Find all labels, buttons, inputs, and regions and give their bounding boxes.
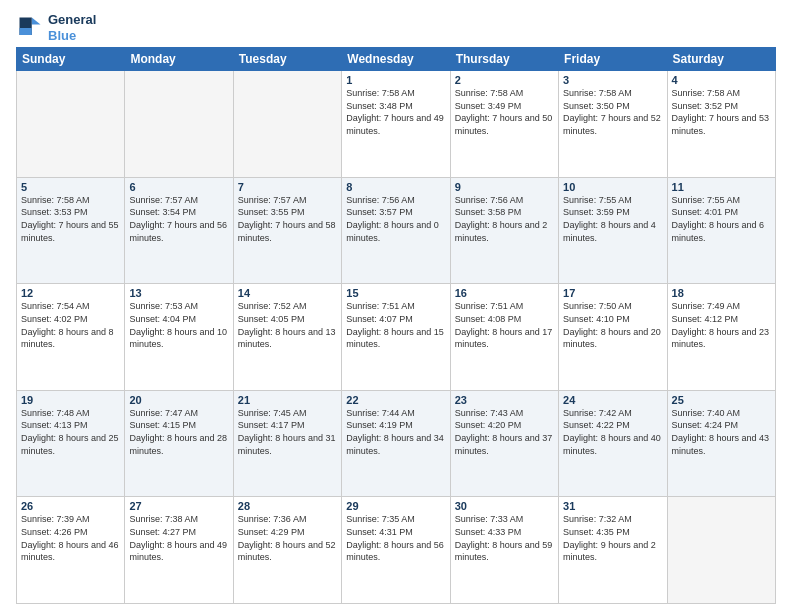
calendar-cell: 9 Sunrise: 7:56 AMSunset: 3:58 PMDayligh… <box>450 177 558 284</box>
calendar-cell: 28 Sunrise: 7:36 AMSunset: 4:29 PMDaylig… <box>233 497 341 604</box>
calendar-week-row: 12 Sunrise: 7:54 AMSunset: 4:02 PMDaylig… <box>17 284 776 391</box>
day-number: 6 <box>129 181 228 193</box>
day-number: 7 <box>238 181 337 193</box>
calendar-cell: 4 Sunrise: 7:58 AMSunset: 3:52 PMDayligh… <box>667 71 775 178</box>
day-number: 28 <box>238 500 337 512</box>
day-info: Sunrise: 7:45 AMSunset: 4:17 PMDaylight:… <box>238 407 337 457</box>
calendar-cell: 26 Sunrise: 7:39 AMSunset: 4:26 PMDaylig… <box>17 497 125 604</box>
day-number: 10 <box>563 181 662 193</box>
calendar-header-saturday: Saturday <box>667 48 775 71</box>
day-info: Sunrise: 7:50 AMSunset: 4:10 PMDaylight:… <box>563 300 662 350</box>
day-number: 3 <box>563 74 662 86</box>
calendar-cell: 31 Sunrise: 7:32 AMSunset: 4:35 PMDaylig… <box>559 497 667 604</box>
day-info: Sunrise: 7:49 AMSunset: 4:12 PMDaylight:… <box>672 300 771 350</box>
day-info: Sunrise: 7:35 AMSunset: 4:31 PMDaylight:… <box>346 513 445 563</box>
calendar-cell: 19 Sunrise: 7:48 AMSunset: 4:13 PMDaylig… <box>17 390 125 497</box>
calendar-cell: 23 Sunrise: 7:43 AMSunset: 4:20 PMDaylig… <box>450 390 558 497</box>
calendar-week-row: 1 Sunrise: 7:58 AMSunset: 3:48 PMDayligh… <box>17 71 776 178</box>
calendar-cell: 18 Sunrise: 7:49 AMSunset: 4:12 PMDaylig… <box>667 284 775 391</box>
day-number: 26 <box>21 500 120 512</box>
day-number: 21 <box>238 394 337 406</box>
calendar-header-row: SundayMondayTuesdayWednesdayThursdayFrid… <box>17 48 776 71</box>
calendar-cell: 22 Sunrise: 7:44 AMSunset: 4:19 PMDaylig… <box>342 390 450 497</box>
day-number: 2 <box>455 74 554 86</box>
calendar-cell: 25 Sunrise: 7:40 AMSunset: 4:24 PMDaylig… <box>667 390 775 497</box>
calendar-cell: 27 Sunrise: 7:38 AMSunset: 4:27 PMDaylig… <box>125 497 233 604</box>
day-info: Sunrise: 7:58 AMSunset: 3:48 PMDaylight:… <box>346 87 445 137</box>
day-number: 22 <box>346 394 445 406</box>
calendar: SundayMondayTuesdayWednesdayThursdayFrid… <box>16 47 776 604</box>
calendar-cell: 24 Sunrise: 7:42 AMSunset: 4:22 PMDaylig… <box>559 390 667 497</box>
calendar-cell <box>125 71 233 178</box>
calendar-cell: 29 Sunrise: 7:35 AMSunset: 4:31 PMDaylig… <box>342 497 450 604</box>
day-info: Sunrise: 7:58 AMSunset: 3:52 PMDaylight:… <box>672 87 771 137</box>
day-info: Sunrise: 7:40 AMSunset: 4:24 PMDaylight:… <box>672 407 771 457</box>
day-number: 19 <box>21 394 120 406</box>
calendar-cell <box>17 71 125 178</box>
calendar-week-row: 26 Sunrise: 7:39 AMSunset: 4:26 PMDaylig… <box>17 497 776 604</box>
day-info: Sunrise: 7:36 AMSunset: 4:29 PMDaylight:… <box>238 513 337 563</box>
day-number: 20 <box>129 394 228 406</box>
page: General Blue SundayMondayTuesdayWednesda… <box>0 0 792 612</box>
calendar-cell: 6 Sunrise: 7:57 AMSunset: 3:54 PMDayligh… <box>125 177 233 284</box>
day-info: Sunrise: 7:57 AMSunset: 3:55 PMDaylight:… <box>238 194 337 244</box>
day-number: 27 <box>129 500 228 512</box>
calendar-header-thursday: Thursday <box>450 48 558 71</box>
day-number: 31 <box>563 500 662 512</box>
day-number: 12 <box>21 287 120 299</box>
day-number: 14 <box>238 287 337 299</box>
calendar-cell: 13 Sunrise: 7:53 AMSunset: 4:04 PMDaylig… <box>125 284 233 391</box>
calendar-header-tuesday: Tuesday <box>233 48 341 71</box>
day-info: Sunrise: 7:38 AMSunset: 4:27 PMDaylight:… <box>129 513 228 563</box>
calendar-cell: 30 Sunrise: 7:33 AMSunset: 4:33 PMDaylig… <box>450 497 558 604</box>
day-info: Sunrise: 7:58 AMSunset: 3:53 PMDaylight:… <box>21 194 120 244</box>
calendar-header-wednesday: Wednesday <box>342 48 450 71</box>
day-info: Sunrise: 7:51 AMSunset: 4:07 PMDaylight:… <box>346 300 445 350</box>
day-info: Sunrise: 7:39 AMSunset: 4:26 PMDaylight:… <box>21 513 120 563</box>
calendar-cell: 11 Sunrise: 7:55 AMSunset: 4:01 PMDaylig… <box>667 177 775 284</box>
calendar-cell <box>233 71 341 178</box>
day-info: Sunrise: 7:33 AMSunset: 4:33 PMDaylight:… <box>455 513 554 563</box>
calendar-cell: 5 Sunrise: 7:58 AMSunset: 3:53 PMDayligh… <box>17 177 125 284</box>
day-number: 5 <box>21 181 120 193</box>
day-number: 30 <box>455 500 554 512</box>
calendar-cell <box>667 497 775 604</box>
day-info: Sunrise: 7:55 AMSunset: 4:01 PMDaylight:… <box>672 194 771 244</box>
calendar-cell: 16 Sunrise: 7:51 AMSunset: 4:08 PMDaylig… <box>450 284 558 391</box>
day-info: Sunrise: 7:48 AMSunset: 4:13 PMDaylight:… <box>21 407 120 457</box>
logo-icon <box>16 14 44 42</box>
calendar-cell: 8 Sunrise: 7:56 AMSunset: 3:57 PMDayligh… <box>342 177 450 284</box>
calendar-cell: 12 Sunrise: 7:54 AMSunset: 4:02 PMDaylig… <box>17 284 125 391</box>
calendar-week-row: 5 Sunrise: 7:58 AMSunset: 3:53 PMDayligh… <box>17 177 776 284</box>
day-number: 9 <box>455 181 554 193</box>
calendar-header-sunday: Sunday <box>17 48 125 71</box>
day-number: 8 <box>346 181 445 193</box>
day-info: Sunrise: 7:55 AMSunset: 3:59 PMDaylight:… <box>563 194 662 244</box>
day-number: 16 <box>455 287 554 299</box>
day-info: Sunrise: 7:42 AMSunset: 4:22 PMDaylight:… <box>563 407 662 457</box>
day-number: 23 <box>455 394 554 406</box>
day-info: Sunrise: 7:52 AMSunset: 4:05 PMDaylight:… <box>238 300 337 350</box>
day-info: Sunrise: 7:51 AMSunset: 4:08 PMDaylight:… <box>455 300 554 350</box>
calendar-cell: 14 Sunrise: 7:52 AMSunset: 4:05 PMDaylig… <box>233 284 341 391</box>
header: General Blue <box>16 12 776 43</box>
calendar-cell: 3 Sunrise: 7:58 AMSunset: 3:50 PMDayligh… <box>559 71 667 178</box>
day-info: Sunrise: 7:32 AMSunset: 4:35 PMDaylight:… <box>563 513 662 563</box>
calendar-cell: 17 Sunrise: 7:50 AMSunset: 4:10 PMDaylig… <box>559 284 667 391</box>
day-number: 11 <box>672 181 771 193</box>
day-number: 15 <box>346 287 445 299</box>
calendar-cell: 7 Sunrise: 7:57 AMSunset: 3:55 PMDayligh… <box>233 177 341 284</box>
calendar-cell: 20 Sunrise: 7:47 AMSunset: 4:15 PMDaylig… <box>125 390 233 497</box>
day-info: Sunrise: 7:53 AMSunset: 4:04 PMDaylight:… <box>129 300 228 350</box>
calendar-cell: 2 Sunrise: 7:58 AMSunset: 3:49 PMDayligh… <box>450 71 558 178</box>
day-info: Sunrise: 7:56 AMSunset: 3:58 PMDaylight:… <box>455 194 554 244</box>
day-number: 18 <box>672 287 771 299</box>
calendar-cell: 10 Sunrise: 7:55 AMSunset: 3:59 PMDaylig… <box>559 177 667 284</box>
day-info: Sunrise: 7:44 AMSunset: 4:19 PMDaylight:… <box>346 407 445 457</box>
svg-rect-3 <box>20 28 32 35</box>
day-number: 25 <box>672 394 771 406</box>
day-info: Sunrise: 7:43 AMSunset: 4:20 PMDaylight:… <box>455 407 554 457</box>
day-info: Sunrise: 7:58 AMSunset: 3:49 PMDaylight:… <box>455 87 554 137</box>
day-number: 4 <box>672 74 771 86</box>
calendar-header-friday: Friday <box>559 48 667 71</box>
